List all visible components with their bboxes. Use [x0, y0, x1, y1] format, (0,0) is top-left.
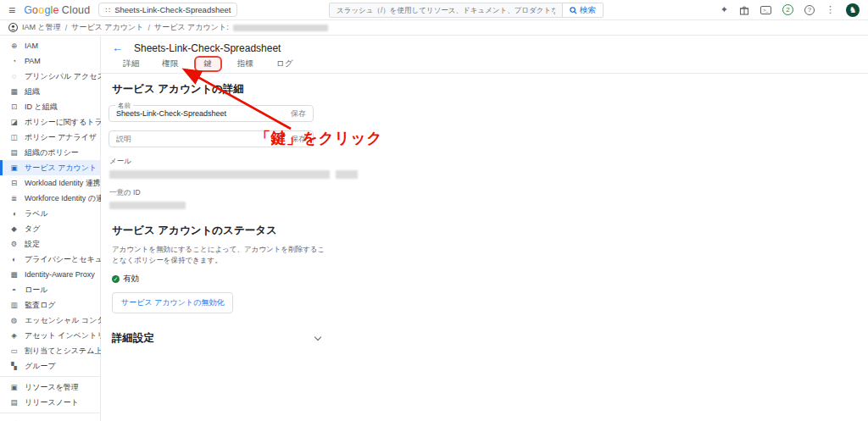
sidebar-item-label: ID と組織	[25, 102, 58, 113]
service-account-icon: ▣	[9, 163, 19, 172]
breadcrumb: IAM と管理 / サービス アカウント / サービス アカウント: /	[22, 22, 229, 33]
page-title: Sheets-Link-Check-Spreadsheet	[134, 42, 281, 54]
search-button-label: 検索	[580, 5, 596, 16]
sidebar-item-label: サービス アカウント	[25, 163, 97, 174]
name-field[interactable]: 名前 Sheets-Link-Check-Spreadsheet 保存	[108, 105, 314, 122]
sidebar-item[interactable]: ◍ エッセンシャル コンタクト	[0, 313, 100, 328]
sidebar-item[interactable]: ◆ タグ	[0, 221, 100, 236]
sidebar-item-label: IAM	[25, 42, 38, 50]
tab[interactable]: 詳細	[112, 54, 151, 73]
sidebar-item[interactable]: ⊟ Workload Identity 連携	[0, 175, 100, 191]
label-icon: ◖	[9, 209, 19, 218]
sidebar-item[interactable]: ⊡ ID と組織	[0, 99, 100, 114]
asset-inventory-icon: ◈	[9, 331, 19, 340]
redacted-email-value	[336, 170, 358, 179]
sidebar-item[interactable]: ◖ ラベル	[0, 206, 100, 221]
sidebar-item[interactable]: ◓ ロール	[0, 282, 100, 297]
notifications-badge[interactable]: 2	[782, 4, 793, 15]
enabled-check-icon: ✓	[112, 275, 120, 283]
more-menu-icon[interactable]: ⋮	[826, 5, 835, 14]
description-field[interactable]: 説明 保存	[108, 130, 314, 147]
contacts-icon: ◍	[9, 316, 19, 324]
breadcrumb-separator: /	[65, 24, 68, 32]
description-placeholder: 説明	[116, 134, 131, 145]
description-save-button[interactable]: 保存	[291, 134, 306, 145]
disable-service-account-button[interactable]: サービス アカウントの無効化	[112, 292, 233, 313]
tab-label: 権限	[162, 58, 179, 69]
sidebar-footer-list: ▣ リソースを管理 ▤ リリースノート	[0, 379, 100, 410]
organization-icon: ▦	[9, 87, 19, 96]
tab[interactable]: 鍵	[194, 56, 221, 72]
tab[interactable]: 権限	[151, 54, 190, 73]
gemini-icon[interactable]: ✦	[721, 5, 728, 14]
sidebar-item-label: 設定	[25, 239, 40, 250]
sidebar-item-list: ⊕ IAM ◔ PAM ◌ プリンシパル アクセス境界 ▦ 組織	[0, 38, 100, 374]
back-arrow-icon[interactable]: ←	[112, 42, 123, 54]
sidebar-footer-item[interactable]: ▣ リソースを管理	[0, 379, 100, 395]
gift-icon[interactable]	[739, 5, 749, 15]
chevron-down-icon	[314, 334, 321, 341]
breadcrumb-item[interactable]: サービス アカウント: /	[154, 22, 229, 33]
sidebar-divider	[0, 413, 100, 413]
project-name: Sheets-Link-Check-Spreadsheet	[114, 5, 231, 14]
sidebar-item-label: 組織のポリシー	[25, 147, 79, 158]
sidebar-item-label: リソースを管理	[25, 382, 79, 393]
name-field-label: 名前	[115, 102, 133, 110]
details-heading: サービス アカウントの詳細	[112, 82, 868, 97]
sidebar-footer-item[interactable]: ▤ リリースノート	[0, 395, 100, 410]
sidebar-item-label: 組織	[25, 86, 40, 97]
sidebar-item-label: ロール	[25, 285, 47, 296]
redacted-account-email	[233, 25, 328, 31]
sidebar-item[interactable]: ▭ 割り当てとシステム上限	[0, 343, 100, 358]
audit-log-icon: ▥	[9, 301, 19, 309]
release-notes-icon: ▤	[9, 398, 19, 407]
project-selector[interactable]: ∷ Sheets-Link-Check-Spreadsheet	[98, 3, 237, 17]
workforce-identity-icon: ≣	[9, 194, 19, 202]
sidebar-footer: ▣ リソースを管理 ▤ リリースノート ◁	[0, 374, 100, 421]
breadcrumb-item[interactable]: IAM と管理 /	[22, 22, 67, 33]
sidebar-item[interactable]: ⚙ 設定	[0, 236, 100, 252]
breadcrumb-item[interactable]: サービス アカウント /	[71, 22, 150, 33]
status-description: アカウントを無効にすることによって、アカウントを削除することなくポリシーを保持で…	[112, 244, 329, 266]
sidebar-item[interactable]: ≣ Workforce Identity の連携	[0, 191, 100, 206]
email-label: メール	[109, 157, 868, 167]
quotas-icon: ▭	[9, 346, 19, 355]
sidebar-item[interactable]: ▚ グループ	[0, 358, 100, 374]
sidebar-item[interactable]: ⊕ IAM	[0, 38, 100, 53]
unique-id-label: 一意の ID	[109, 188, 868, 198]
sidebar-item[interactable]: ◔ PAM	[0, 53, 100, 69]
sidebar-item[interactable]: ▣ サービス アカウント	[0, 160, 100, 175]
search-button[interactable]: 検索	[562, 3, 603, 17]
status-line: ✓ 有効	[112, 274, 868, 285]
redacted-email-value	[109, 170, 330, 179]
sidebar-item[interactable]: ▩ Identity-Aware Proxy	[0, 267, 100, 282]
sidebar-item[interactable]: ▦ 組織	[0, 84, 100, 99]
tab[interactable]: 指標	[226, 54, 265, 73]
sidebar-item[interactable]: ◌ プリンシパル アクセス境界	[0, 69, 100, 84]
sidebar-item-label: Workforce Identity の連携	[25, 193, 111, 204]
tab-label: 詳細	[123, 58, 140, 69]
page-title-row: ← Sheets-Link-Check-Spreadsheet	[101, 36, 868, 54]
sidebar-item[interactable]: ▤ 組織のポリシー	[0, 145, 100, 160]
name-save-button[interactable]: 保存	[291, 108, 306, 119]
sidebar-item[interactable]: ▥ 監査ログ	[0, 297, 100, 313]
main-content: ← Sheets-Link-Check-Spreadsheet 詳細 権限 鍵 …	[101, 36, 868, 421]
workload-identity-icon: ⊟	[9, 179, 19, 187]
sidebar-item[interactable]: ◐ プライバシーとセキュリ…	[0, 252, 100, 267]
sidebar-item[interactable]: ◪ ポリシーに関するトラブ…	[0, 114, 100, 130]
sidebar-item[interactable]: ◫ ポリシー アナライザ	[0, 130, 100, 145]
app-header: ≡ Google Cloud ∷ Sheets-Link-Check-Sprea…	[0, 0, 868, 20]
search-input[interactable]	[330, 6, 562, 14]
tab[interactable]: ログ	[265, 54, 305, 73]
help-icon[interactable]: ?	[804, 5, 815, 15]
logo-google-word: Google	[24, 4, 59, 16]
avatar[interactable]: ♞	[846, 3, 860, 17]
advanced-settings-heading: 詳細設定	[112, 331, 154, 346]
tab-label: ログ	[276, 58, 294, 69]
sidebar-item[interactable]: ◈ アセット インベントリ	[0, 328, 100, 343]
advanced-settings-row[interactable]: 詳細設定	[112, 331, 320, 346]
collapse-sidebar-button[interactable]: ◁	[0, 416, 100, 421]
cloud-shell-icon[interactable]: >_	[760, 6, 771, 14]
hamburger-menu-icon[interactable]: ≡	[8, 4, 15, 16]
privacy-shield-icon: ◐	[9, 255, 19, 263]
